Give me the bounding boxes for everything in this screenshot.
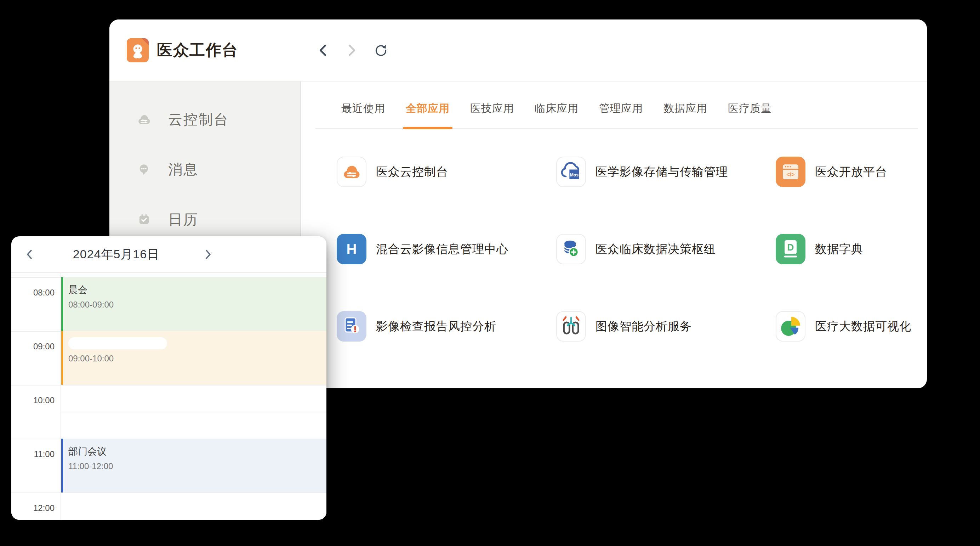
- tab-medical-quality[interactable]: 医疗质量: [728, 101, 772, 128]
- sidebar-item-messages[interactable]: 消息: [110, 161, 300, 177]
- cloud-settings-icon: [341, 161, 362, 182]
- event-title-redacted-pill: [68, 337, 167, 350]
- calendar-check-icon: [136, 212, 152, 227]
- app-hybrid-cloud-imaging[interactable]: H 混合云影像信息管理中心: [337, 234, 556, 264]
- database-plus-icon: [557, 235, 585, 263]
- tab-management-apps[interactable]: 管理应用: [599, 101, 643, 128]
- app-cloud-console[interactable]: 医众云控制台: [337, 156, 556, 187]
- apps-content: 最近使用 全部应用 医技应用 临床应用 管理应用 数据应用 医疗质量: [301, 81, 927, 388]
- app-label: 医众开放平台: [815, 164, 887, 180]
- hour-gridline: [11, 492, 326, 493]
- desktop-background: 医众工作台: [0, 0, 980, 546]
- svg-text:</>: </>: [786, 171, 794, 177]
- app-image-storage[interactable]: Mos 医学影像存储与传输管理: [556, 156, 776, 187]
- app-open-platform[interactable]: </> 医众开放平台: [776, 156, 927, 187]
- app-label: 医疗大数据可视化: [815, 319, 911, 334]
- tabs-divider: 最近使用 全部应用 医技应用 临床应用 管理应用 数据应用 医疗质量: [315, 101, 918, 129]
- tab-clinical-apps[interactable]: 临床应用: [535, 101, 579, 128]
- app-tabs: 最近使用 全部应用 医技应用 临床应用 管理应用 数据应用 医疗质量: [315, 101, 918, 128]
- time-label: 10:00: [11, 396, 54, 406]
- svg-text:Mos: Mos: [570, 172, 579, 177]
- svg-text:H: H: [347, 241, 357, 257]
- event-title: 部门会议: [68, 445, 326, 458]
- app-label: 影像检查报告风控分析: [376, 319, 496, 334]
- calendar-next-day-button[interactable]: [201, 247, 215, 262]
- calendar-event-department-meeting[interactable]: 部门会议 11:00-12:00: [60, 439, 326, 492]
- svg-text:D: D: [788, 242, 794, 252]
- calendar-event-morning-meeting[interactable]: 晨会 08:00-09:00: [60, 277, 326, 331]
- window-header: 医众工作台: [110, 19, 927, 81]
- time-column-divider: [60, 273, 61, 520]
- chevron-left-icon: [25, 249, 34, 260]
- lungs-icon: [557, 313, 585, 340]
- mos-cloud-icon: Mos: [557, 158, 585, 186]
- chevron-right-icon: [204, 249, 213, 260]
- window-title: 医众工作台: [157, 40, 238, 61]
- pie-chart-icon: [777, 313, 804, 340]
- letter-h-icon: H: [337, 234, 366, 264]
- tab-recent[interactable]: 最近使用: [341, 101, 385, 128]
- back-button[interactable]: [316, 43, 329, 57]
- dictionary-icon: D: [776, 234, 805, 264]
- sidebar-item-calendar[interactable]: 日历: [110, 212, 300, 227]
- tab-medtech-apps[interactable]: 医技应用: [470, 101, 514, 128]
- time-label: 12:00: [11, 503, 54, 513]
- cloud-settings-icon: [136, 112, 152, 127]
- tab-all-apps[interactable]: 全部应用: [406, 101, 450, 128]
- chevron-right-icon: [346, 43, 358, 57]
- sidebar-item-label: 日历: [168, 210, 199, 229]
- refresh-button[interactable]: [374, 43, 388, 57]
- app-label: 医学影像存储与传输管理: [595, 164, 728, 180]
- message-bubble-icon: [136, 161, 152, 177]
- time-label: 09:00: [11, 342, 54, 351]
- time-label: 08:00: [11, 288, 54, 298]
- app-label: 混合云影像信息管理中心: [376, 241, 508, 257]
- forward-button[interactable]: [345, 43, 359, 57]
- report-alert-icon: [337, 311, 366, 341]
- app-data-dictionary[interactable]: D 数据字典: [776, 234, 927, 264]
- app-label: 医众云控制台: [376, 164, 448, 180]
- app-label: 医众临床数据决策枢纽: [595, 241, 716, 257]
- event-title: 晨会: [68, 283, 326, 296]
- refresh-icon: [374, 43, 388, 58]
- app-big-data-visualization[interactable]: 医疗大数据可视化: [776, 311, 927, 342]
- calendar-header: 2024年5月16日: [11, 236, 326, 273]
- calendar-day-view: 08:00 09:00 10:00 11:00 12:00 晨会 08:00-0…: [11, 273, 326, 520]
- calendar-date-label: 2024年5月16日: [63, 236, 169, 272]
- calendar-panel: 2024年5月16日 08:00 09:00 10:00 11:00 12:: [11, 236, 326, 520]
- sidebar-item-label: 云控制台: [168, 110, 229, 129]
- app-label: 数据字典: [815, 241, 863, 257]
- event-time-range: 08:00-09:00: [68, 300, 326, 310]
- chevron-left-icon: [317, 43, 329, 57]
- sidebar-item-cloud-console[interactable]: 云控制台: [110, 112, 300, 127]
- tab-data-apps[interactable]: 数据应用: [663, 101, 707, 128]
- apps-grid: 医众云控制台 Mos 医学影像存储与传输管理: [337, 156, 927, 342]
- time-label: 11:00: [11, 449, 54, 459]
- nav-buttons: [316, 19, 388, 81]
- sidebar-item-label: 消息: [168, 160, 199, 179]
- event-time-range: 09:00-10:00: [68, 354, 326, 364]
- calendar-prev-day-button[interactable]: [22, 247, 37, 262]
- code-window-icon: </>: [776, 157, 805, 187]
- event-time-range: 11:00-12:00: [68, 461, 326, 471]
- app-image-ai-analysis[interactable]: 图像智能分析服务: [556, 311, 776, 342]
- app-clinical-data-hub[interactable]: 医众临床数据决策枢纽: [556, 234, 776, 264]
- calendar-event-redacted[interactable]: 09:00-10:00: [60, 331, 326, 385]
- app-logo-icon: [127, 38, 149, 62]
- half-hour-gridline: [61, 412, 326, 412]
- hour-gridline: [11, 385, 326, 385]
- app-report-risk-analysis[interactable]: 影像检查报告风控分析: [337, 311, 556, 342]
- app-label: 图像智能分析服务: [595, 319, 692, 334]
